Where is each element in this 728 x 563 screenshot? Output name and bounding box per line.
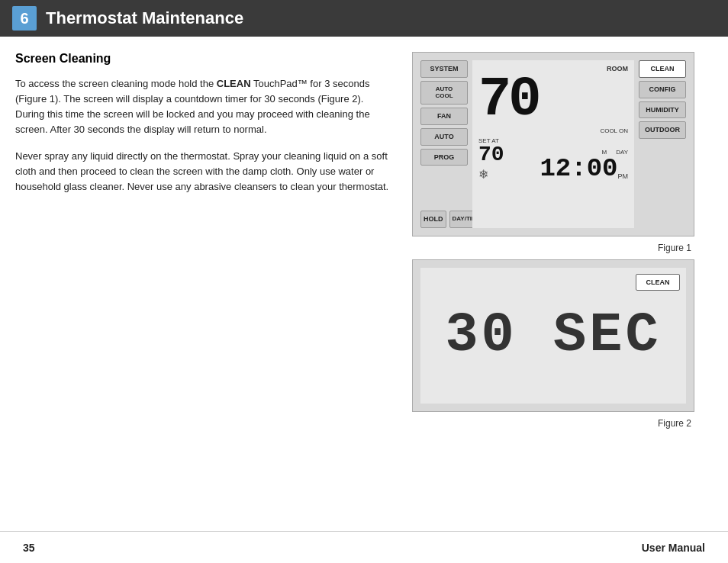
cool-on-label: COOL ON [478, 127, 628, 134]
figure1-box: SYSTEM AUTOCOOL FAN AUTO PROG HOLD DAY/T… [412, 52, 694, 236]
clean-button-fig1[interactable]: CLEAN [639, 60, 686, 78]
time-value: 12:00 [540, 156, 617, 182]
time-area: M DAY 12:00 PM [540, 149, 628, 182]
countdown-display: 30 SEC [445, 304, 661, 367]
humidity-button[interactable]: HUMIDITY [639, 101, 686, 119]
paragraph-1: To access the screen cleaning mode hold … [15, 76, 389, 138]
main-content: Screen Cleaning To access the screen cle… [0, 37, 728, 528]
lcd-center: ROOM 70 COOL ON SET AT 70 ❄ M [472, 60, 634, 228]
time-pm-row: 12:00 PM [540, 156, 628, 182]
footer: 35 User Manual [0, 531, 728, 563]
set-area: SET AT 70 ❄ [478, 137, 504, 182]
system-button[interactable]: SYSTEM [420, 60, 468, 78]
prog-button[interactable]: PROG [420, 149, 468, 166]
day-label: DAY [616, 149, 628, 156]
page-number: 35 [23, 542, 35, 554]
hold-button[interactable]: HOLD [420, 211, 446, 228]
chapter-number: 6 [12, 6, 37, 31]
set-temp-value: 70 [478, 144, 504, 166]
chapter-title: Thermostat Maintenance [46, 8, 243, 28]
fan-button[interactable]: FAN [420, 108, 468, 125]
para1-before-bold: To access the screen cleaning mode hold … [15, 78, 217, 89]
bold-clean: CLEAN [217, 78, 251, 89]
big-temp: 70 [478, 72, 628, 127]
config-button[interactable]: CONFIG [639, 81, 686, 98]
paragraph-2: Never spray any liquid directly on the t… [15, 149, 389, 195]
figure2-label: Figure 2 [412, 417, 694, 430]
outdoor-button[interactable]: OUTDOOR [639, 121, 686, 139]
pm-label: PM [618, 172, 629, 180]
figures-section: SYSTEM AUTOCOOL FAN AUTO PROG HOLD DAY/T… [412, 52, 694, 528]
right-buttons: CLEAN CONFIG HUMIDITY OUTDOOR [639, 60, 686, 228]
figure2-box: CLEAN 30 SEC [412, 259, 694, 412]
header-bar: 6 Thermostat Maintenance [0, 0, 728, 37]
clean-button-fig2[interactable]: CLEAN [636, 274, 680, 291]
room-label: ROOM [607, 65, 628, 72]
section-title: Screen Cleaning [15, 52, 389, 66]
auto-button[interactable]: AUTO [420, 128, 468, 146]
snowflake-icon: ❄ [478, 167, 504, 182]
left-buttons: SYSTEM AUTOCOOL FAN AUTO PROG HOLD DAY/T… [420, 60, 468, 228]
manual-label: User Manual [642, 542, 705, 554]
lcd-bottom-row: SET AT 70 ❄ M DAY 12:00 PM [478, 137, 628, 182]
auto-cool-button[interactable]: AUTOCOOL [420, 81, 468, 105]
text-section: Screen Cleaning To access the screen cle… [15, 52, 389, 528]
figure1-label: Figure 1 [412, 241, 694, 255]
thermostat-display: SYSTEM AUTOCOOL FAN AUTO PROG HOLD DAY/T… [413, 53, 694, 236]
cleaning-inner: CLEAN 30 SEC [420, 268, 686, 404]
